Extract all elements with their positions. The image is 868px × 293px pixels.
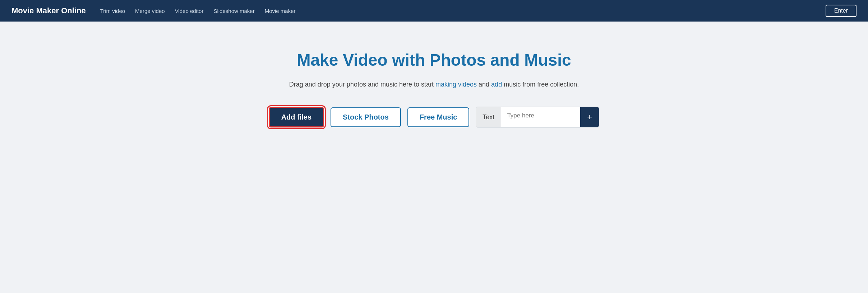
page-title: Make Video with Photos and Music	[297, 50, 571, 70]
add-files-button[interactable]: Add files	[269, 107, 324, 127]
nav-link-trim-video[interactable]: Trim video	[100, 8, 125, 14]
nav-link-merge-video[interactable]: Merge video	[135, 8, 165, 14]
button-row: Add files Stock Photos Free Music Text +	[269, 107, 600, 127]
subtitle-text-start: Drag and drop your photos and music here…	[289, 81, 435, 88]
making-videos-link[interactable]: making videos	[435, 81, 477, 88]
subtitle-text-middle: and	[477, 81, 491, 88]
add-text-button[interactable]: +	[580, 107, 599, 127]
nav-link-video-editor[interactable]: Video editor	[175, 8, 204, 14]
subtitle-text-end: music from free collection.	[502, 81, 579, 88]
add-link[interactable]: add	[491, 81, 502, 88]
stock-photos-button[interactable]: Stock Photos	[331, 107, 401, 127]
nav-link-movie-maker[interactable]: Movie maker	[265, 8, 296, 14]
free-music-button[interactable]: Free Music	[407, 107, 469, 127]
navbar-links: Trim video Merge video Video editor Slid…	[100, 8, 814, 14]
main-content: Make Video with Photos and Music Drag an…	[0, 22, 868, 156]
text-input-group: Text +	[476, 107, 599, 127]
navbar: Movie Maker Online Trim video Merge vide…	[0, 0, 868, 22]
text-input[interactable]	[501, 107, 580, 127]
nav-link-slideshow-maker[interactable]: Slideshow maker	[213, 8, 254, 14]
navbar-brand: Movie Maker Online	[11, 6, 86, 15]
text-label: Text	[476, 107, 501, 127]
enter-button[interactable]: Enter	[826, 5, 857, 17]
subtitle: Drag and drop your photos and music here…	[289, 80, 579, 89]
